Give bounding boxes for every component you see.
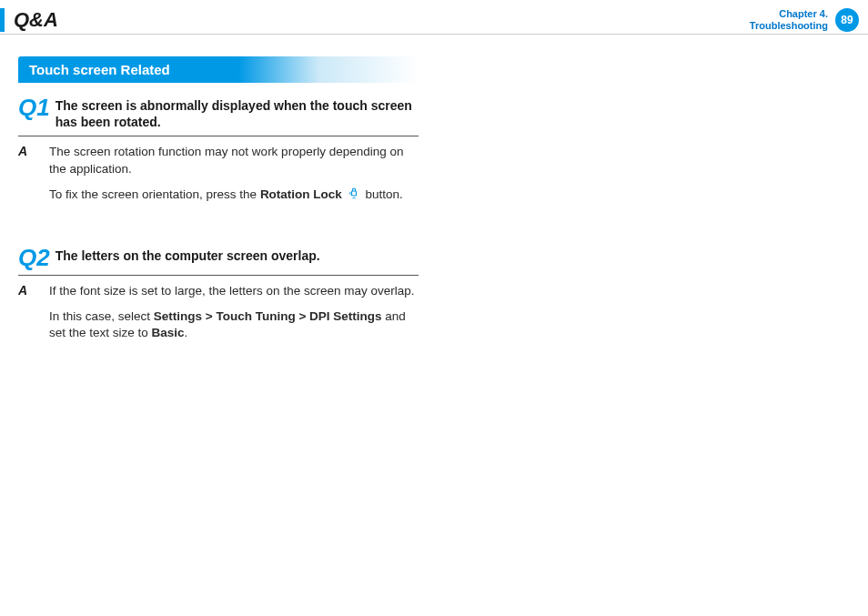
rotation-lock-icon	[348, 187, 360, 204]
content-column: Touch screen Related Q1 The screen is ab…	[0, 35, 437, 406]
answer-bold: Basic	[152, 326, 185, 339]
answer-text: To fix the screen orientation, press the	[49, 187, 260, 201]
answer-label: A	[18, 283, 33, 298]
svg-rect-0	[351, 191, 356, 196]
header-right: Chapter 4. Troubleshooting 89	[750, 8, 859, 32]
answer-text: .	[185, 326, 188, 339]
chapter-label: Chapter 4. Troubleshooting	[750, 8, 828, 30]
answer-bold: Rotation Lock	[260, 187, 342, 201]
qa-item: Q2 The letters on the computer screen ov…	[18, 246, 419, 351]
answer-body: The screen rotation function may not wor…	[49, 144, 419, 213]
answer-paragraph: The screen rotation function may not wor…	[49, 144, 419, 177]
question-text: The screen is abnormally displayed when …	[56, 96, 419, 130]
page-header: Q&A Chapter 4. Troubleshooting 89	[0, 0, 868, 35]
title-bar: Q&A	[0, 8, 58, 32]
answer-label: A	[18, 144, 33, 158]
answer-row: A The screen rotation function may not w…	[18, 136, 419, 213]
question-label: Q2	[18, 246, 50, 269]
question-label: Q1	[18, 96, 50, 119]
page-title: Q&A	[14, 8, 58, 32]
answer-paragraph: In this case, select Settings > Touch Tu…	[49, 308, 419, 341]
answer-text: button.	[362, 187, 403, 201]
answer-paragraph: To fix the screen orientation, press the…	[49, 187, 419, 204]
answer-body: If the font size is set to large, the le…	[49, 283, 419, 351]
answer-paragraph: If the font size is set to large, the le…	[49, 283, 419, 299]
answer-bold: Settings > Touch Tuning > DPI Settings	[154, 309, 382, 323]
answer-row: A If the font size is set to large, the …	[18, 276, 419, 351]
chapter-line-1: Chapter 4.	[750, 8, 828, 19]
page-number-badge: 89	[835, 8, 859, 32]
chapter-line-2: Troubleshooting	[750, 20, 828, 31]
question-row: Q2 The letters on the computer screen ov…	[18, 246, 419, 276]
section-heading: Touch screen Related	[18, 56, 419, 83]
question-row: Q1 The screen is abnormally displayed wh…	[18, 96, 419, 136]
answer-text: In this case, select	[49, 309, 154, 323]
qa-item: Q1 The screen is abnormally displayed wh…	[18, 96, 419, 213]
question-text: The letters on the computer screen overl…	[56, 246, 320, 264]
